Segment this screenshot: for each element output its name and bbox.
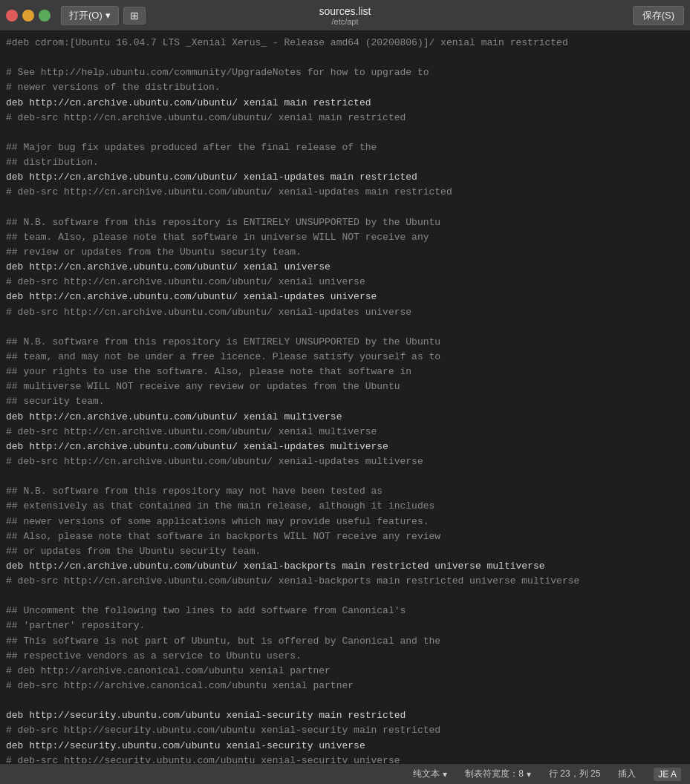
tab-width-dropdown-arrow: ▾	[527, 769, 531, 780]
tab-width-indicator[interactable]: 制表符宽度：8 ▾	[465, 768, 531, 780]
statusbar: 纯文本 ▾ 制表符宽度：8 ▾ 行 23，列 25 插入 JE A	[0, 763, 690, 784]
text-type-dropdown-arrow: ▾	[443, 769, 447, 780]
titlebar-left: 打开(O) ▾ ⊞	[6, 6, 146, 25]
user-badge: JE A	[654, 768, 681, 781]
cursor-position-label: 行 23，列 25	[549, 768, 600, 780]
window-title-filename: sources.list	[319, 5, 371, 17]
titlebar-center: sources.list /etc/apt	[319, 5, 371, 26]
save-label: 保存(S)	[642, 10, 674, 21]
tab-width-label: 制表符宽度：8	[465, 768, 524, 780]
special-button[interactable]: ⊞	[123, 7, 146, 24]
close-window-button[interactable]	[6, 10, 18, 22]
minimize-window-button[interactable]	[22, 10, 34, 22]
titlebar: 打开(O) ▾ ⊞ sources.list /etc/apt 保存(S)	[0, 0, 690, 31]
user-label: JE A	[658, 769, 677, 780]
text-type-indicator[interactable]: 纯文本 ▾	[413, 768, 447, 780]
dropdown-arrow-icon: ▾	[105, 10, 111, 21]
window-title-path: /etc/apt	[331, 17, 358, 26]
cursor-position-indicator: 行 23，列 25	[549, 768, 600, 780]
maximize-window-button[interactable]	[39, 10, 51, 22]
special-icon: ⊞	[130, 10, 139, 22]
insert-mode-indicator: 插入	[618, 768, 636, 780]
save-button[interactable]: 保存(S)	[633, 6, 684, 25]
text-type-label: 纯文本	[413, 768, 440, 780]
editor-area[interactable]: #deb cdrom:[Ubuntu 16.04.7 LTS _Xenial X…	[0, 31, 690, 763]
open-menu-button[interactable]: 打开(O) ▾	[61, 6, 119, 25]
open-menu-label: 打开(O)	[69, 9, 102, 22]
insert-mode-label: 插入	[618, 768, 636, 780]
